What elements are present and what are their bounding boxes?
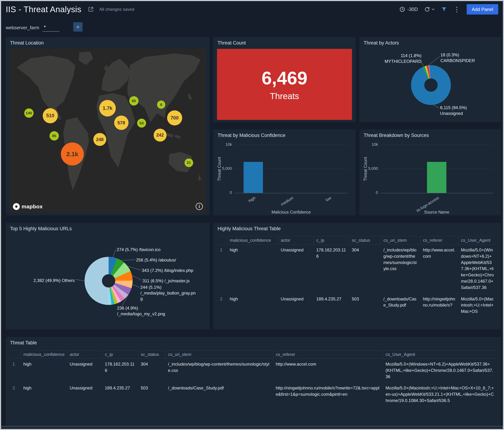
highly-malicious-threat-table: malicious_confidenceactorc_ipsc_statuscs… [217, 236, 496, 317]
chevron-down-icon [432, 8, 435, 10]
map-bubble[interactable]: 85 [50, 131, 59, 141]
panel-threat-by-actors: Threat by Actors 114 (1.8%) MYTHICLEOPAR… [359, 37, 501, 122]
table-cell: /_includes/wp/blog/wp-content/themes/sum… [381, 244, 420, 293]
threat-count-label: Threats [270, 91, 299, 101]
panel-title: Threat Count [213, 37, 356, 46]
table-cell: 178.162.203.116 [102, 358, 138, 382]
panel-top-malicious-urls: Top 5 Highly Malicious URLs 274 (5.7%) /… [6, 223, 210, 330]
share-icon[interactable] [88, 6, 94, 12]
filter-bar: webserver_farm * + [1, 18, 503, 36]
map-bubble[interactable]: 248 [93, 133, 106, 146]
table-cell: high [227, 293, 278, 317]
world-map[interactable]: 140510852.1k2481.7k5786553670024221 mapb… [9, 48, 206, 213]
map-bubble[interactable]: 242 [154, 129, 167, 142]
map-info-icon[interactable]: i [196, 203, 203, 210]
map-bubble[interactable]: 21 [185, 159, 193, 167]
column-header[interactable]: cs_referer [420, 236, 459, 244]
column-header[interactable]: c_ip [102, 350, 138, 358]
column-header[interactable]: actor [278, 236, 314, 244]
actors-donut-chart[interactable] [411, 65, 451, 105]
table-cell: 503 [349, 293, 381, 317]
panel-title: Threat Location [6, 37, 210, 46]
time-range-value: -30D [407, 7, 418, 12]
dashboard-title: IIS - Threat Analysis [6, 4, 81, 14]
column-header[interactable]: malicious_confidence [227, 236, 278, 244]
donut-label-unassigned: 6,115 (94.5%) Unassigned [440, 105, 494, 116]
filter-value-input[interactable]: * [42, 25, 60, 32]
filter-name-label: webserver_farm [6, 25, 39, 32]
row-number: 1 [10, 358, 21, 382]
add-filter-button[interactable]: + [73, 22, 82, 32]
urls-donut-chart[interactable] [85, 257, 133, 305]
column-header[interactable]: cs_uri_stem [165, 350, 273, 358]
map-bubble[interactable]: 53 [137, 119, 146, 128]
column-header[interactable]: cs_User_Agent [459, 236, 496, 244]
y-tick-label: 10k [215, 142, 232, 147]
refresh-button[interactable] [424, 7, 435, 12]
kebab-menu[interactable]: ⋮ [453, 6, 460, 13]
row-number-header [217, 236, 227, 244]
column-header[interactable]: malicious_confidence [21, 350, 67, 358]
mapbox-icon [13, 203, 20, 210]
row-number-header [10, 350, 21, 358]
add-panel-button[interactable]: Add Panel [467, 4, 498, 15]
confidence-bar-chart[interactable]: Threat Count Malicious Confidence 05,000… [213, 129, 356, 215]
horizontal-scrollbar[interactable] [1, 426, 503, 428]
panel-threat-table: Threat Table malicious_confidenceactorc_… [6, 337, 501, 426]
map-bubble[interactable]: 6 [157, 100, 165, 109]
table-row[interactable]: 1highUnassigned178.162.203.116304/_inclu… [10, 358, 496, 382]
row-number: 1 [217, 244, 227, 293]
map-bubble[interactable]: 140 [24, 108, 34, 118]
table-cell: /_downloads/Case_Study.pdf [381, 293, 420, 317]
mapbox-wordmark: mapbox [22, 204, 43, 210]
map-bubble[interactable]: 578 [114, 116, 128, 130]
x-axis-title: Malicious Confidence [234, 210, 348, 215]
map-bubble[interactable]: 510 [43, 108, 58, 123]
column-header[interactable]: sc_status [349, 236, 381, 244]
table-cell: Mozilla/5.0+(Windows+NT+6.2)+AppleWebKit… [459, 244, 496, 293]
y-tick-label: 5,000 [361, 166, 378, 171]
table-cell: http://ningwitjohnno.ru/mobile/s?rewrite… [273, 382, 383, 406]
table-row[interactable]: 2highUnassigned189.4.235.27503/_download… [217, 293, 496, 317]
table-cell: 178.162.203.116 [314, 244, 349, 293]
column-header[interactable]: cs_uri_stem [381, 236, 420, 244]
panel-title: Highly Malicious Threat Table [213, 223, 501, 232]
threat-count-value: 6,469 [261, 68, 307, 89]
table-row[interactable]: 2highUnassigned189.4.235.27503/_download… [10, 382, 496, 406]
panel-malicious-confidence: Threat by Malicious Confidence Threat Co… [213, 129, 356, 215]
mapbox-attribution[interactable]: mapbox [13, 203, 43, 210]
column-header[interactable]: cs_User_Agent [383, 350, 496, 358]
map-bubbles: 140510852.1k2481.7k5786553670024221 [9, 48, 206, 213]
panel-threat-location: Threat Location 140510852 [6, 37, 210, 215]
column-header[interactable]: actor [67, 350, 102, 358]
map-bubble[interactable]: 65 [129, 96, 139, 106]
panel-threat-count: Threat Count 6,469 Threats [213, 37, 356, 122]
bar[interactable] [243, 162, 263, 193]
panel-highly-malicious-threat-table: Highly Malicious Threat Table malicious_… [213, 223, 501, 330]
y-tick-label: 10k [361, 142, 378, 147]
column-header[interactable]: cs_referer [273, 350, 383, 358]
map-bubble[interactable]: 1.7k [99, 100, 116, 116]
donut-label-blog-index: 343 (7.2%) /blog/index.php [142, 268, 208, 273]
time-range-control[interactable]: -30D [399, 7, 418, 12]
table-cell: 189.4.235.27 [314, 293, 349, 317]
app-header: IIS - Threat Analysis All changes saved … [1, 1, 503, 18]
map-bubble[interactable]: 2.1k [61, 143, 84, 165]
table-row[interactable]: 1highUnassigned178.162.203.116304/_inclu… [217, 244, 496, 293]
sources-bar-chart[interactable]: Threat Count Source Name 05,00010kiis-lo… [359, 129, 501, 215]
column-header[interactable]: c_ip [314, 236, 349, 244]
table-cell: Mozilla/5.0+(Macintosh;+U;+Intel+Mac+OS+… [383, 382, 496, 406]
refresh-icon [424, 7, 430, 12]
bar[interactable] [427, 162, 446, 193]
donut-label-mythicleopard: 114 (1.8%) MYTHICLEOPARD [377, 53, 422, 64]
threat-count-card[interactable]: 6,469 Threats [217, 49, 352, 120]
table-cell: http://ningwitjohnno.ru/mobile/s? [420, 293, 459, 317]
panel-threat-breakdown-sources: Threat Breakdown by Sources Threat Count… [359, 129, 501, 215]
table-cell: 304 [138, 358, 165, 382]
donut-label-favicon: 274 (5.7%) /favicon.ico [117, 247, 194, 252]
clock-icon [399, 7, 405, 12]
filter-icon[interactable] [441, 7, 447, 12]
map-bubble[interactable]: 700 [167, 110, 182, 125]
panel-title: Threat by Actors [359, 37, 501, 46]
column-header[interactable]: sc_status [138, 350, 165, 358]
